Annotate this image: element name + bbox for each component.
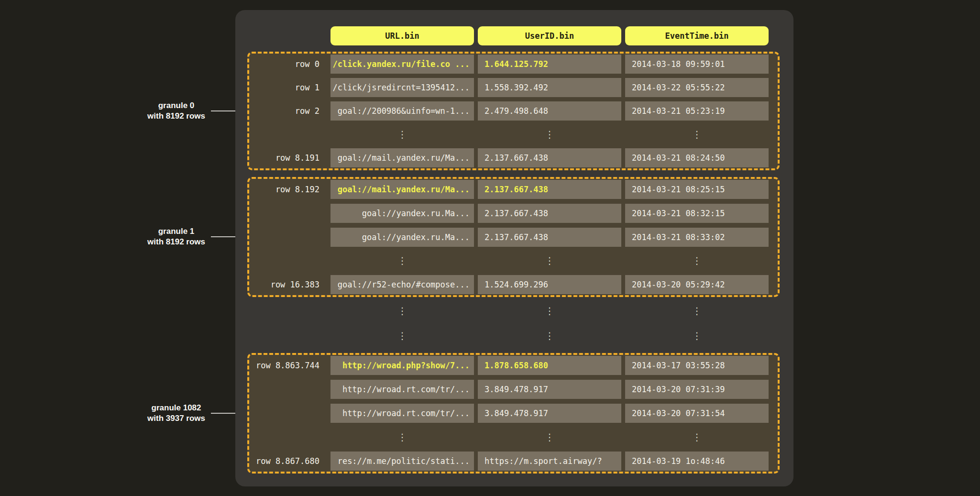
- userid-cell: 3.849.478.917: [478, 380, 621, 399]
- eventtime-cell: 2014-03-19 1o:48:46: [625, 452, 769, 471]
- column-header-url-bin: URL.bin: [330, 26, 474, 45]
- vertical-ellipsis-icon: ⋮: [625, 301, 769, 320]
- annotation-line-2: with 3937 rows: [147, 413, 205, 424]
- table-row: http://wroad.rt.com/tr/... 3.849.478.917…: [249, 404, 778, 423]
- vertical-ellipsis-icon: ⋮: [625, 326, 769, 345]
- granule-box-1: row 8.192 goal://mail.yandex.ru/Ma... 2.…: [247, 177, 780, 297]
- table-row: row 2 goal://200986&uinfo=wn-1... 2.479.…: [249, 101, 778, 121]
- eventtime-cell: 2014-03-21 08:32:15: [625, 204, 769, 223]
- userid-cell: 2.137.667.438: [478, 180, 621, 199]
- vertical-ellipsis-icon: ⋮: [478, 125, 621, 144]
- table-row: row 16.383 goal://r52-echo/#compose... 1…: [249, 275, 778, 294]
- row-label: row 16.383: [249, 275, 327, 294]
- vertical-ellipsis-icon: ⋮: [625, 251, 769, 270]
- url-cell: goal://200986&uinfo=wn-1...: [330, 101, 474, 121]
- url-cell: goal://mail.yandex.ru/Ma...: [330, 180, 474, 199]
- userid-cell: https://m.sport.airway/?: [478, 452, 621, 471]
- eventtime-cell: 2014-03-21 05:23:19: [625, 101, 769, 121]
- eventtime-cell: 2014-03-21 08:25:15: [625, 180, 769, 199]
- annotation-line-1: granule 0: [147, 100, 205, 111]
- userid-cell: 3.849.478.917: [478, 404, 621, 423]
- granule-1082-annotation: granule 1082 with 3937 rows: [147, 403, 243, 424]
- annotation-line-1: granule 1: [147, 226, 205, 237]
- row-label: row 2: [249, 101, 327, 121]
- url-cell: goal://yandex.ru.Ma...: [330, 204, 474, 223]
- vertical-ellipsis-icon: ⋮: [478, 326, 621, 345]
- url-cell: goal://r52-echo/#compose...: [330, 275, 474, 294]
- row-label: [249, 228, 327, 247]
- eventtime-cell: 2014-03-21 08:24:50: [625, 148, 769, 167]
- ellipsis-row: ⋮ ⋮ ⋮: [249, 251, 778, 270]
- granule-box-0: row 0 /click.yandex.ru/file.co ... 1.644…: [247, 52, 780, 170]
- url-cell: goal://yandex.ru.Ma...: [330, 228, 474, 247]
- url-cell: http://wroad.rt.com/tr/...: [330, 404, 474, 423]
- url-cell: http://wroad.php?show/7...: [330, 356, 474, 375]
- annotation-line-1: granule 1082: [147, 403, 205, 413]
- eventtime-cell: 2014-03-20 07:31:39: [625, 380, 769, 399]
- row-label: [249, 301, 327, 320]
- granule-1082-annotation-text: granule 1082 with 3937 rows: [147, 403, 205, 424]
- granule-0-annotation-text: granule 0 with 8192 rows: [147, 100, 205, 121]
- ellipsis-row: ⋮ ⋮ ⋮: [249, 125, 778, 144]
- userid-cell: 1.878.658.680: [478, 356, 621, 375]
- table-row: row 0 /click.yandex.ru/file.co ... 1.644…: [249, 55, 778, 74]
- row-label: [249, 326, 327, 345]
- row-label: row 8.867.680: [249, 452, 327, 471]
- row-label: row 0: [249, 55, 327, 74]
- userid-cell: 2.137.667.438: [478, 228, 621, 247]
- table-row: goal://yandex.ru.Ma... 2.137.667.438 201…: [249, 204, 778, 223]
- annotation-line-2: with 8192 rows: [147, 237, 205, 247]
- vertical-ellipsis-icon: ⋮: [478, 428, 621, 447]
- userid-cell: 1.558.392.492: [478, 78, 621, 97]
- table-row: row 8.867.680 res://m.me/politic/stati..…: [249, 452, 778, 471]
- vertical-ellipsis-icon: ⋮: [478, 301, 621, 320]
- vertical-ellipsis-icon: ⋮: [625, 428, 769, 447]
- url-cell: http://wroad.rt.com/tr/...: [330, 380, 474, 399]
- granule-1-annotation: granule 1 with 8192 rows: [147, 226, 243, 247]
- row-label: row 8.192: [249, 180, 327, 199]
- url-cell: goal://mail.yandex.ru/Ma...: [330, 148, 474, 167]
- row-label: row 8.863.744: [249, 356, 327, 375]
- userid-cell: 1.524.699.296: [478, 275, 621, 294]
- eventtime-cell: 2014-03-20 07:31:54: [625, 404, 769, 423]
- eventtime-cell: 2014-03-22 05:55:22: [625, 78, 769, 97]
- granule-1-annotation-text: granule 1 with 8192 rows: [147, 226, 205, 247]
- arrow-shaft: [211, 413, 239, 414]
- granule-box-1082: row 8.863.744 http://wroad.php?show/7...…: [247, 353, 780, 474]
- row-label: [249, 428, 327, 447]
- mid-ellipsis-row: ⋮ ⋮ ⋮: [249, 326, 769, 345]
- eventtime-cell: 2014-03-17 03:55:28: [625, 356, 769, 375]
- table-row: http://wroad.rt.com/tr/... 3.849.478.917…: [249, 380, 778, 399]
- mid-ellipsis-row: ⋮ ⋮ ⋮: [249, 301, 769, 320]
- ellipsis-row: ⋮ ⋮ ⋮: [249, 428, 778, 447]
- row-label: [249, 251, 327, 270]
- row-label: [249, 204, 327, 223]
- url-cell: res://m.me/politic/stati...: [330, 452, 474, 471]
- vertical-ellipsis-icon: ⋮: [330, 125, 474, 144]
- arrow-shaft: [211, 236, 239, 237]
- table-panel: URL.bin UserID.bin EventTime.bin row 0 /…: [235, 10, 793, 486]
- row-label: [249, 404, 327, 423]
- granule-0-annotation: granule 0 with 8192 rows: [147, 100, 243, 121]
- eventtime-cell: 2014-03-20 05:29:42: [625, 275, 769, 294]
- table-row: row 8.191 goal://mail.yandex.ru/Ma... 2.…: [249, 148, 778, 167]
- vertical-ellipsis-icon: ⋮: [330, 301, 474, 320]
- table-row: row 1 /click/jsredircnt=1395412... 1.558…: [249, 78, 778, 97]
- vertical-ellipsis-icon: ⋮: [330, 428, 474, 447]
- eventtime-cell: 2014-03-18 09:59:01: [625, 55, 769, 74]
- page: { "glyphs": { "v_ellipsis": "⋮" }, "colo…: [0, 0, 980, 496]
- eventtime-cell: 2014-03-21 08:33:02: [625, 228, 769, 247]
- arrow-shaft: [211, 110, 239, 111]
- vertical-ellipsis-icon: ⋮: [478, 251, 621, 270]
- url-cell: /click.yandex.ru/file.co ...: [330, 55, 474, 74]
- userid-cell: 2.137.667.438: [478, 148, 621, 167]
- row-label: [249, 380, 327, 399]
- row-label: [249, 125, 327, 144]
- table-row: row 8.863.744 http://wroad.php?show/7...…: [249, 356, 778, 375]
- userid-cell: 2.479.498.648: [478, 101, 621, 121]
- vertical-ellipsis-icon: ⋮: [625, 125, 769, 144]
- userid-cell: 1.644.125.792: [478, 55, 621, 74]
- annotation-line-2: with 8192 rows: [147, 111, 205, 121]
- vertical-ellipsis-icon: ⋮: [330, 326, 474, 345]
- column-header-eventtime-bin: EventTime.bin: [625, 26, 769, 45]
